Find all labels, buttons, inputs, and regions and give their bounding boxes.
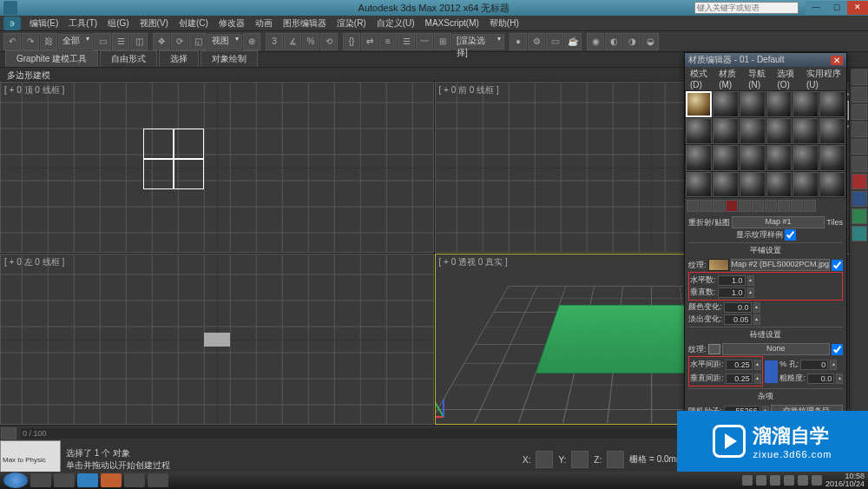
mat-menu-nav[interactable]: 导航(N) [745,68,773,89]
mat-get-icon[interactable] [687,200,699,212]
sample-slot[interactable] [792,91,819,117]
render-frame-button[interactable]: ▭ [546,33,563,50]
sample-slot[interactable] [819,172,845,198]
selection-filter-dropdown[interactable]: 全部 [58,34,93,50]
mat-make-icon[interactable] [765,200,777,212]
map-enable-checkbox[interactable] [832,260,843,271]
menu-views[interactable]: 视图(V) [135,17,174,30]
rotate-button[interactable]: ⟳ [171,33,188,50]
menu-help[interactable]: 帮助(H) [484,17,524,30]
mat-sibling-icon[interactable] [804,200,816,212]
tray-icon[interactable] [784,475,794,486]
mirror-button[interactable]: ⇄ [361,33,378,50]
hole-input[interactable]: 0 [800,360,828,370]
cp-color-blue[interactable] [852,191,867,207]
tool-c[interactable]: ◑ [623,33,641,50]
select-name-button[interactable]: ☰ [112,33,129,50]
select-button[interactable]: ▭ [94,33,111,50]
mat-close-button[interactable]: ✕ [831,56,843,65]
task-app3-icon[interactable] [124,473,145,487]
h-gap-input[interactable]: 0.25 [726,360,753,370]
h-gap-spinner[interactable]: ▴ [754,360,761,370]
mat-menu-mode[interactable]: 模式(D) [687,68,715,89]
menu-customize[interactable]: 自定义(U) [372,17,420,30]
close-button[interactable]: ✕ [847,1,868,15]
tool-d[interactable]: ◒ [641,33,659,50]
tab-selection[interactable]: 选择 [159,50,199,67]
redo-button[interactable]: ↷ [22,33,39,50]
cp-color-cyan[interactable] [852,226,867,241]
sample-slot[interactable] [740,145,766,171]
ref-coord-dropdown[interactable]: 视图 [207,34,242,50]
snap-button[interactable]: 3 [266,33,283,50]
align-button[interactable]: ≡ [379,33,397,50]
schematic-button[interactable]: ⊞ [434,33,451,50]
tab-graphite[interactable]: Graphite 建模工具 [5,50,98,67]
curve-editor-button[interactable]: 〰 [416,33,433,50]
start-button[interactable] [3,472,28,488]
menu-tools[interactable]: 工具(T) [63,17,102,30]
cp-modify-icon[interactable] [852,87,867,102]
mat-titlebar[interactable]: 材质编辑器 - 01 - Default ✕ [685,53,846,67]
fadevar-input[interactable]: 0.05 [724,314,752,325]
material-editor-window[interactable]: 材质编辑器 - 01 - Default ✕ 模式(D) 材质(M) 导航(N)… [684,52,847,426]
vp-persp-label[interactable]: [ + 0 透视 0 真实 ] [439,256,508,268]
app-menu-icon[interactable]: ϶ [3,17,21,30]
mat-options-icon[interactable] [752,200,764,212]
sample-slot[interactable] [686,145,712,171]
material-editor-button[interactable]: ● [510,33,527,50]
sample-slot[interactable] [740,91,766,117]
lock-gap-icon[interactable] [765,360,779,383]
viewport-left[interactable]: [ + 0 左 0 线框 ] [0,254,434,425]
link-button[interactable]: ⛓ [40,33,57,50]
menu-edit[interactable]: 编辑(E) [24,17,63,30]
mat-assign-icon[interactable] [713,200,725,212]
wireframe-plane[interactable] [143,129,204,189]
sample-slot[interactable] [766,172,792,198]
map-button[interactable]: Map #2 (BFLS0002PCM.jpg) [731,259,830,271]
sample-slot[interactable] [792,172,819,198]
vp-top-label[interactable]: [ + 0 顶 0 线框 ] [4,84,64,96]
mat-parent-icon[interactable] [791,200,803,212]
sample-slot[interactable] [792,145,819,171]
tab-freeform[interactable]: 自由形式 [100,50,157,67]
maximize-button[interactable]: ▢ [826,1,847,15]
sample-slot[interactable] [819,91,845,117]
tool-a[interactable]: ◉ [587,33,604,50]
task-3dsmax-icon[interactable] [148,473,168,487]
vp-front-label[interactable]: [ + 0 前 0 线框 ] [439,84,499,96]
rough-spinner[interactable]: ▴ [836,373,843,384]
v-gap-input[interactable]: 0.25 [726,373,753,384]
coord-x-input[interactable] [536,451,553,468]
system-clock[interactable]: 10:58 2016/10/24 [825,472,865,488]
pivot-button[interactable]: ⊕ [243,33,260,50]
angle-snap-button[interactable]: ∡ [284,33,301,50]
h-count-input[interactable]: 1.0 [718,275,746,286]
sample-slot[interactable] [819,118,845,144]
map-dropdown[interactable]: Map #1 [732,216,825,228]
sample-slot[interactable] [686,172,712,198]
v-gap-spinner[interactable]: ▴ [754,373,761,384]
undo-button[interactable]: ↶ [3,33,21,50]
render-setup-button[interactable]: ⚙ [528,33,545,50]
sample-slot[interactable] [766,91,792,117]
menu-modifiers[interactable]: 修改器 [214,17,250,30]
vp-left-label[interactable]: [ + 0 左 0 线框 ] [4,256,64,268]
sample-slot[interactable] [766,118,792,144]
task-app2-icon[interactable] [101,473,122,487]
fadevar-spinner[interactable]: ▴ [753,314,760,325]
scale-button[interactable]: ◱ [189,33,207,50]
render-selection-dropdown[interactable]: [渲染选择] [452,34,504,50]
sample-slot[interactable] [713,145,739,171]
move-button[interactable]: ✥ [153,33,170,50]
grout-color-swatch[interactable] [708,344,720,354]
task-explorer-icon[interactable] [30,473,51,487]
sample-slot[interactable] [713,91,739,117]
layers-button[interactable]: ☰ [398,33,415,50]
sample-slot-1[interactable] [686,91,712,117]
cp-color-green[interactable] [852,208,867,224]
tray-icon[interactable] [770,475,780,486]
none-map-button[interactable]: None [722,343,830,355]
cp-hierarchy-icon[interactable] [852,104,867,120]
cp-create-icon[interactable] [852,69,867,85]
